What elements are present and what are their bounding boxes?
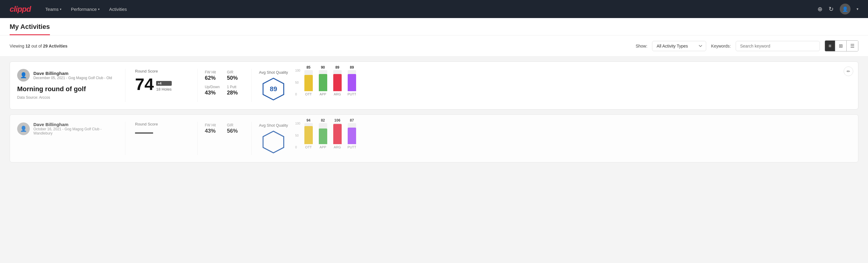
avatar-icon: 👤 — [842, 6, 848, 12]
card-score-section: Round Score 74 +4 18 Holes — [125, 69, 197, 102]
bar-value-ott: 85 — [307, 65, 310, 69]
bar-track-app — [319, 70, 327, 91]
fw-hit-stat-2: FW Hit 43% — [205, 123, 222, 134]
y-label-100: 100 — [296, 69, 301, 72]
y-label-100-2: 100 — [296, 122, 301, 125]
shot-quality-score: 89 — [270, 85, 277, 93]
score-placeholder — [135, 133, 153, 134]
bar-col-putt: 89PUTT — [348, 65, 356, 96]
bar-track-arg — [333, 123, 342, 144]
compact-view-button[interactable]: ☰ — [846, 40, 858, 51]
gir-label-2: GIR — [227, 123, 245, 127]
keyword-input[interactable] — [736, 41, 820, 51]
fw-hit-stat: FW Hit 62% — [205, 70, 222, 81]
bar-fill-app — [319, 74, 327, 91]
bar-chart-wrapper-2: 100 50 0 94OTT82APP106ARG87PUTT — [296, 122, 356, 155]
keywords-label: Keywords: — [711, 43, 731, 49]
bar-col-ott: 94OTT — [304, 118, 313, 149]
card-score-section-2: Round Score — [125, 122, 197, 155]
hexagon-wrap-2 — [259, 130, 288, 154]
updown-label: Up/Down — [205, 85, 222, 89]
nav-item-teams[interactable]: Teams ▾ — [45, 4, 61, 14]
grid-view-button[interactable]: ⊞ — [835, 40, 846, 51]
list-view-icon: ≡ — [829, 43, 831, 49]
compact-view-icon: ☰ — [850, 43, 855, 49]
bar-fill-app — [319, 128, 327, 144]
updown-stat: Up/Down 43% — [205, 85, 222, 96]
list-view-button[interactable]: ≡ — [825, 40, 835, 51]
bar-label-ott: OTT — [305, 92, 312, 96]
fw-hit-value: 62% — [205, 75, 222, 81]
bar-track-app — [319, 123, 327, 144]
hexagon-svg-2 — [261, 130, 285, 154]
activity-card-2: 👤 Dave Billingham October 16, 2021 - Gog… — [10, 114, 858, 163]
card-stats-section: FW Hit 62% GIR 50% Up/Down 43% 1 Putt 28… — [197, 69, 252, 102]
fw-hit-value-2: 43% — [205, 128, 222, 134]
round-score-label: Round Score — [135, 69, 188, 74]
bar-track-putt — [348, 70, 356, 91]
y-label-50: 50 — [296, 81, 301, 84]
bar-track-putt — [348, 123, 356, 144]
avatar-person-icon-2: 👤 — [20, 125, 27, 132]
shot-quality-hexagon: 89 — [261, 77, 285, 101]
user-info: Dave Billingham December 05, 2021 - Gog … — [33, 71, 112, 80]
bar-fill-putt — [348, 74, 356, 91]
updown-value: 43% — [205, 90, 222, 96]
bar-fill-ott — [304, 75, 313, 91]
bar-col-arg: 89ARG — [333, 65, 342, 96]
score-main: 74 +4 18 Holes — [135, 76, 188, 93]
bar-columns: 85OTT90APP89ARG89PUTT — [304, 69, 356, 96]
fw-hit-label-2: FW Hit — [205, 123, 222, 127]
activities-content: ✏ 👤 Dave Billingham December 05, 2021 - … — [0, 61, 868, 177]
score-badge-group: +4 18 Holes — [156, 81, 172, 93]
add-circle-icon[interactable]: ⊕ — [817, 5, 823, 12]
y-label-0-2: 0 — [296, 146, 301, 149]
gir-label: GIR — [227, 70, 245, 74]
grid-view-icon: ⊞ — [839, 43, 843, 49]
bar-chart-wrapper: 100 50 0 85OTT90APP89ARG89PUTT — [296, 69, 356, 102]
stats-grid: FW Hit 62% GIR 50% Up/Down 43% 1 Putt 28… — [205, 70, 244, 96]
filter-bar: Viewing 12 out of 29 Activities Show: Al… — [0, 35, 868, 57]
avg-shot-quality-label-2: Avg Shot Quality — [259, 123, 288, 127]
page-title: My Activities — [10, 23, 50, 35]
refresh-icon[interactable]: ↻ — [829, 5, 834, 12]
card-left-section-2: 👤 Dave Billingham October 16, 2021 - Gog… — [17, 122, 125, 155]
viewing-text: Viewing 12 out of 29 Activities — [10, 43, 67, 49]
data-source: Data Source: Arccos — [17, 95, 118, 99]
bar-label-arg: ARG — [334, 145, 341, 149]
activity-card: ✏ 👤 Dave Billingham December 05, 2021 - … — [10, 61, 858, 110]
nav-item-activities[interactable]: Activities — [109, 4, 127, 14]
user-avatar[interactable]: 👤 — [840, 4, 850, 14]
bar-label-app: APP — [320, 92, 326, 96]
user-row-2: 👤 Dave Billingham October 16, 2021 - Gog… — [17, 122, 118, 136]
view-toggle: ≡ ⊞ ☰ — [825, 40, 858, 52]
gir-value: 50% — [227, 75, 245, 81]
card-stats-section-2: FW Hit 43% GIR 56% — [197, 122, 252, 155]
bar-value-ott: 94 — [307, 118, 310, 122]
activity-type-select[interactable]: All Activity Types — [652, 41, 706, 51]
bar-col-app: 90APP — [319, 65, 327, 96]
one-putt-stat: 1 Putt 28% — [227, 85, 245, 96]
date-course-2: October 16, 2021 - Gog Magog Golf Club -… — [33, 127, 118, 136]
y-label-50-2: 50 — [296, 134, 301, 137]
page-header: My Activities — [0, 18, 868, 35]
bar-value-putt: 87 — [350, 118, 354, 122]
bar-value-putt: 89 — [350, 65, 354, 69]
bar-value-arg: 106 — [335, 118, 340, 122]
shot-quality-hexagon-2 — [261, 130, 285, 154]
bar-col-arg: 106ARG — [333, 118, 342, 149]
avg-shot-quality-label: Avg Shot Quality — [259, 70, 288, 75]
svg-marker-1 — [263, 131, 284, 153]
nav-icons: ⊕ ↻ 👤 ▾ — [817, 4, 858, 14]
score-holes: 18 Holes — [156, 87, 172, 91]
logo[interactable]: clippd — [10, 4, 31, 14]
bar-label-putt: PUTT — [348, 92, 356, 96]
show-label: Show: — [636, 43, 647, 49]
bar-track-arg — [333, 70, 342, 91]
edit-button[interactable]: ✏ — [844, 66, 853, 76]
user-info-2: Dave Billingham October 16, 2021 - Gog M… — [33, 122, 118, 136]
avatar-person-icon: 👤 — [20, 72, 27, 79]
user-menu-caret-icon[interactable]: ▾ — [857, 7, 858, 11]
nav-item-performance[interactable]: Performance ▾ — [71, 4, 99, 14]
gir-stat-2: GIR 56% — [227, 123, 245, 134]
